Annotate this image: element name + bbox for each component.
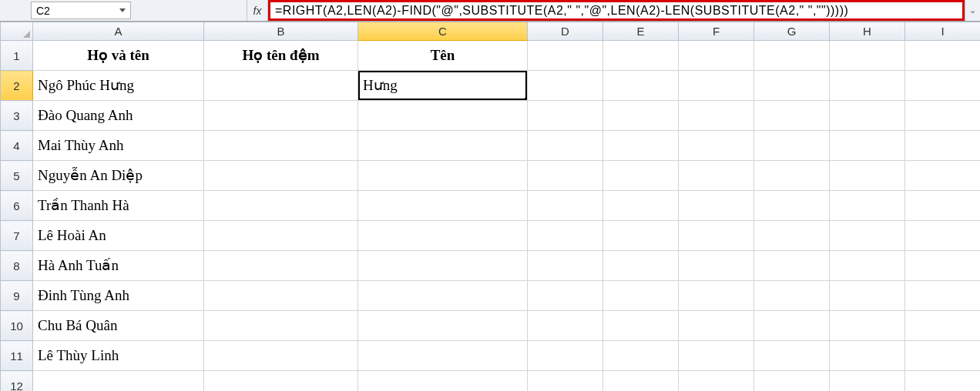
cell-G12[interactable] — [754, 371, 830, 392]
cell-E10[interactable] — [603, 311, 679, 341]
cell-E11[interactable] — [603, 341, 679, 371]
cell-E9[interactable] — [603, 281, 679, 311]
cell-A12[interactable] — [33, 371, 204, 392]
cell-F1[interactable] — [679, 41, 754, 71]
cell-F3[interactable] — [679, 101, 754, 131]
cell-G8[interactable] — [754, 251, 830, 281]
cell-A10[interactable]: Chu Bá Quân — [33, 311, 204, 341]
cell-C8[interactable] — [358, 251, 528, 281]
cell-F12[interactable] — [679, 371, 754, 392]
cell-C11[interactable] — [358, 341, 528, 371]
cell-B7[interactable] — [204, 221, 358, 251]
cell-B1[interactable]: Họ tên đệm — [204, 41, 358, 71]
cell-D9[interactable] — [528, 281, 603, 311]
cell-G6[interactable] — [754, 191, 830, 221]
cell-D3[interactable] — [528, 101, 603, 131]
cell-H4[interactable] — [830, 131, 905, 161]
cell-I1[interactable] — [905, 41, 981, 71]
cell-G2[interactable] — [754, 71, 830, 101]
cell-F4[interactable] — [679, 131, 754, 161]
cell-I5[interactable] — [905, 161, 981, 191]
cell-E7[interactable] — [603, 221, 679, 251]
cell-E4[interactable] — [603, 131, 679, 161]
col-header-H[interactable]: H — [830, 22, 905, 41]
cell-I3[interactable] — [905, 101, 981, 131]
row-header-11[interactable]: 11 — [1, 341, 33, 371]
cell-G1[interactable] — [754, 41, 830, 71]
col-header-F[interactable]: F — [679, 22, 754, 41]
cell-B8[interactable] — [204, 251, 358, 281]
cell-G5[interactable] — [754, 161, 830, 191]
cell-D1[interactable] — [528, 41, 603, 71]
cell-D11[interactable] — [528, 341, 603, 371]
fill-handle[interactable] — [525, 98, 528, 101]
cell-B6[interactable] — [204, 191, 358, 221]
col-header-D[interactable]: D — [528, 22, 603, 41]
cell-B5[interactable] — [204, 161, 358, 191]
col-header-E[interactable]: E — [603, 22, 679, 41]
cell-C5[interactable] — [358, 161, 528, 191]
cell-A3[interactable]: Đào Quang Anh — [33, 101, 204, 131]
cell-A7[interactable]: Lê Hoài An — [33, 221, 204, 251]
cell-B3[interactable] — [204, 101, 358, 131]
cell-E6[interactable] — [603, 191, 679, 221]
col-header-G[interactable]: G — [754, 22, 830, 41]
col-header-C[interactable]: C — [358, 22, 528, 41]
cell-B12[interactable] — [204, 371, 358, 392]
cell-B10[interactable] — [204, 311, 358, 341]
cell-G7[interactable] — [754, 221, 830, 251]
cell-D5[interactable] — [528, 161, 603, 191]
cell-I9[interactable] — [905, 281, 981, 311]
row-header-7[interactable]: 7 — [1, 221, 33, 251]
cell-F7[interactable] — [679, 221, 754, 251]
cell-B9[interactable] — [204, 281, 358, 311]
col-header-A[interactable]: A — [33, 22, 204, 41]
cell-C12[interactable] — [358, 371, 528, 392]
cell-C3[interactable] — [358, 101, 528, 131]
cell-E1[interactable] — [603, 41, 679, 71]
spreadsheet-grid[interactable]: A B C D E F G H I 1Họ và tênHọ tên đệmTê… — [0, 22, 980, 391]
row-header-9[interactable]: 9 — [1, 281, 33, 311]
cell-H2[interactable] — [830, 71, 905, 101]
col-header-B[interactable]: B — [204, 22, 358, 41]
cell-C1[interactable]: Tên — [358, 41, 528, 71]
cell-D2[interactable] — [528, 71, 603, 101]
cell-A11[interactable]: Lê Thùy Linh — [33, 341, 204, 371]
cell-C9[interactable] — [358, 281, 528, 311]
cell-D4[interactable] — [528, 131, 603, 161]
cell-C4[interactable] — [358, 131, 528, 161]
fx-icon[interactable]: fx — [247, 0, 268, 21]
row-header-12[interactable]: 12 — [1, 371, 33, 392]
cell-I11[interactable] — [905, 341, 981, 371]
cell-B2[interactable] — [204, 71, 358, 101]
cell-D10[interactable] — [528, 311, 603, 341]
cell-G11[interactable] — [754, 341, 830, 371]
cell-A4[interactable]: Mai Thùy Anh — [33, 131, 204, 161]
cell-D7[interactable] — [528, 221, 603, 251]
cell-G10[interactable] — [754, 311, 830, 341]
col-header-I[interactable]: I — [905, 22, 981, 41]
row-header-5[interactable]: 5 — [1, 161, 33, 191]
formula-expand-icon[interactable]: ⌄ — [965, 0, 980, 21]
cell-A2[interactable]: Ngô Phúc Hưng — [33, 71, 204, 101]
cell-H6[interactable] — [830, 191, 905, 221]
cell-H1[interactable] — [830, 41, 905, 71]
cell-H8[interactable] — [830, 251, 905, 281]
cell-F2[interactable] — [679, 71, 754, 101]
cell-H10[interactable] — [830, 311, 905, 341]
cell-A9[interactable]: Đinh Tùng Anh — [33, 281, 204, 311]
cell-E3[interactable] — [603, 101, 679, 131]
cell-I8[interactable] — [905, 251, 981, 281]
formula-input[interactable]: =RIGHT(A2,LEN(A2)-FIND("@",SUBSTITUTE(A2… — [268, 0, 965, 21]
row-header-1[interactable]: 1 — [1, 41, 33, 71]
cell-I10[interactable] — [905, 311, 981, 341]
cell-F8[interactable] — [679, 251, 754, 281]
cell-A6[interactable]: Trần Thanh Hà — [33, 191, 204, 221]
cell-F6[interactable] — [679, 191, 754, 221]
cell-A5[interactable]: Nguyễn An Diệp — [33, 161, 204, 191]
cell-A1[interactable]: Họ và tên — [33, 41, 204, 71]
cell-I7[interactable] — [905, 221, 981, 251]
cell-F10[interactable] — [679, 311, 754, 341]
row-header-2[interactable]: 2 — [1, 71, 33, 101]
cell-I6[interactable] — [905, 191, 981, 221]
